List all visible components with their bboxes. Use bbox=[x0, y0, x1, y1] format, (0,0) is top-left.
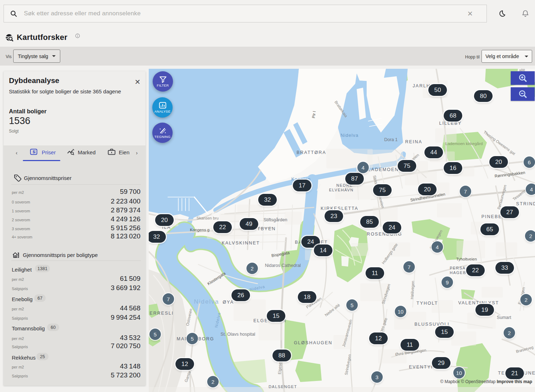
svg-text:ØYA: ØYA bbox=[223, 300, 234, 305]
svg-text:BRATTØRA: BRATTØRA bbox=[296, 150, 326, 155]
svg-text:Tyholtveien: Tyholtveien bbox=[456, 257, 477, 261]
svg-text:LADEMOEN: LADEMOEN bbox=[368, 167, 399, 172]
svg-text:VERRESLI: VERRESLI bbox=[149, 311, 174, 316]
svg-text:Stiftsgården: Stiftsgården bbox=[264, 217, 287, 222]
svg-text:Skansen bru: Skansen bru bbox=[197, 216, 219, 220]
svg-text:REINA: REINA bbox=[405, 139, 422, 144]
svg-text:ELVEHAVN: ELVEHAVN bbox=[329, 188, 353, 192]
svg-text:DALSENGET: DALSENGET bbox=[269, 385, 297, 389]
svg-text:TYHOLT: TYHOLT bbox=[417, 301, 438, 306]
svg-text:HAGEB: HAGEB bbox=[450, 270, 466, 275]
svg-text:KALVSKINNET: KALVSKINNET bbox=[221, 241, 260, 246]
svg-text:STRINDHEIM: STRINDHEIM bbox=[516, 201, 535, 206]
svg-text:Nidelva: Nidelva bbox=[194, 298, 219, 305]
svg-text:Kongens g: Kongens g bbox=[190, 228, 210, 232]
svg-text:Dora 1: Dora 1 bbox=[384, 137, 398, 142]
svg-text:Sumart: Sumart bbox=[497, 315, 511, 320]
svg-text:LILLEBY: LILLEBY bbox=[439, 121, 462, 126]
svg-text:KIRKESLETTA: KIRKESLETTA bbox=[321, 206, 358, 211]
svg-text:Lademoen kirkegård: Lademoen kirkegård bbox=[445, 141, 483, 146]
svg-text:GLØSHAUGEN: GLØSHAUGEN bbox=[294, 340, 332, 345]
svg-text:$: $ bbox=[33, 150, 35, 154]
svg-text:Nidelva: Nidelva bbox=[341, 133, 358, 138]
svg-text:Nidaros Cathedral: Nidaros Cathedral bbox=[265, 263, 301, 268]
svg-text:Pir I: Pir I bbox=[311, 111, 316, 119]
svg-text:St. Olavs hospital: St. Olavs hospital bbox=[220, 332, 255, 337]
